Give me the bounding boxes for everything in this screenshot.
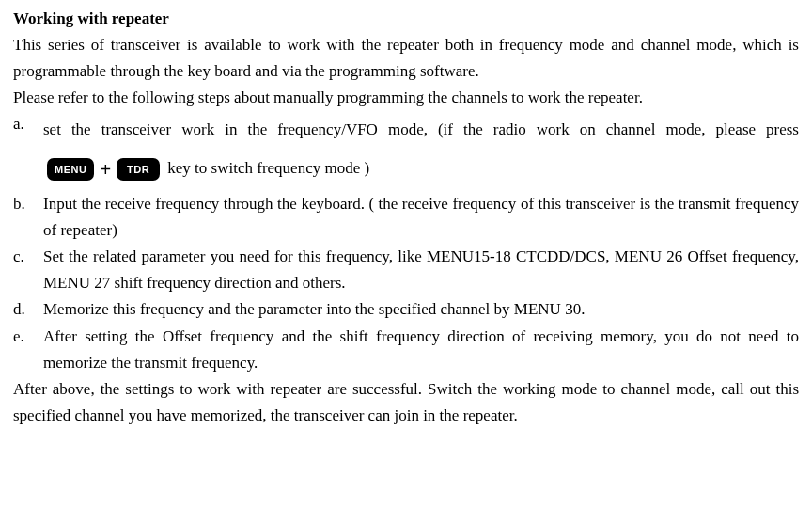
step-b: b. Input the receive frequency through t… [13, 191, 799, 244]
step-a-post-text: key to switch frequency mode ) [167, 159, 369, 177]
conclusion-paragraph: After above, the settings to work with r… [13, 376, 799, 429]
step-content: After setting the Offset frequency and t… [43, 324, 799, 376]
step-d: d. Memorize this frequency and the param… [13, 296, 799, 323]
step-marker: d. [13, 296, 43, 323]
step-marker: a. [13, 111, 43, 191]
step-content: Input the receive frequency through the … [43, 191, 799, 244]
tdr-key-icon: TDR [117, 158, 160, 181]
step-content: Memorize this frequency and the paramete… [43, 296, 799, 323]
step-marker: e. [13, 324, 43, 376]
intro-paragraph-1: This series of transceiver is available … [13, 32, 799, 85]
menu-key-icon: MENU [47, 158, 94, 181]
step-content: Set the related parameter you need for t… [43, 244, 799, 296]
plus-icon: + [100, 148, 111, 191]
key-combo: MENU + TDR [47, 148, 160, 191]
step-marker: b. [13, 191, 43, 244]
step-a: a. set the transceiver work in the frequ… [13, 111, 799, 191]
step-a-pre-text: set the transceiver work in the frequenc… [43, 120, 799, 138]
section-heading: Working with repeater [13, 6, 799, 32]
step-c: c. Set the related parameter you need fo… [13, 244, 799, 296]
step-content: set the transceiver work in the frequenc… [43, 111, 799, 191]
step-e: e. After setting the Offset frequency an… [13, 324, 799, 376]
intro-paragraph-2: Please refer to the following steps abou… [13, 85, 799, 111]
step-marker: c. [13, 244, 43, 296]
